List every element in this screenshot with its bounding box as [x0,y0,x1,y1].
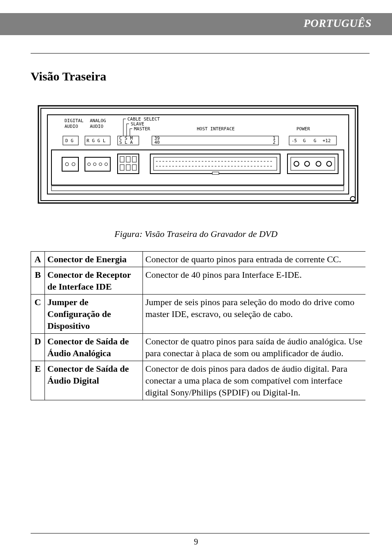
row-description: Conector de quatro pinos para saída de á… [143,334,366,361]
svg-rect-30 [150,154,280,174]
label-dg: D G [65,138,74,143]
page-number: 9 [0,537,392,547]
svg-point-16 [65,163,69,166]
row-description: Jumper de seis pinos para seleção do mod… [143,295,366,334]
row-letter: B [31,267,45,295]
header-language-label: PORTUGUÊS [303,17,372,30]
row-description: Conector de quarto pinos para entrada de… [143,252,366,267]
svg-point-19 [88,163,91,166]
table-row: DConector de Saída de Áudio AnalógicaCon… [31,334,366,361]
label-pwr-g1: G [303,138,306,143]
label-pwr-p12: +12 [323,138,331,143]
label-sla: S L A [119,140,133,145]
table-row: BConector de Receptor de Interface IDECo… [31,267,366,295]
svg-rect-25 [126,156,130,162]
svg-rect-27 [120,165,124,170]
svg-rect-41 [51,186,344,191]
connector-table: AConector de EnergiaConector de quarto p… [31,251,365,400]
svg-rect-12 [152,136,278,145]
label-power: POWER [296,126,310,132]
label-rggl: R G G L [87,138,106,143]
row-name: Conector de Receptor de Interface IDE [45,267,143,295]
svg-rect-24 [120,156,124,162]
label-master: MASTER [134,126,150,132]
svg-point-21 [99,163,102,166]
row-description: Conector de dois pinos para dados de áud… [143,361,366,400]
svg-point-40 [327,161,332,166]
label-audio2: AUDIO [90,124,103,129]
svg-rect-15 [62,157,78,171]
svg-rect-28 [126,165,130,170]
footer-divider [31,533,370,533]
svg-rect-36 [291,157,335,170]
svg-rect-26 [132,156,136,162]
rear-panel-diagram: DIGITAL ANALOG AUDIO AUDIO CABLE SELECT … [37,104,359,219]
svg-rect-34 [212,172,219,174]
row-description: Conector de 40 pinos para Interface E-ID… [143,267,366,295]
row-name: Conector de Saída de Áudio Analógica [45,334,143,361]
svg-rect-29 [132,165,136,170]
svg-rect-35 [287,154,338,174]
row-name: Conector de Energia [45,252,143,267]
label-digital: DIGITAL [65,118,84,123]
row-name: Conector de Saída de Áudio Digital [45,361,143,400]
svg-point-17 [72,163,75,166]
label-host-interface: HOST INTERFACE [197,126,235,132]
svg-rect-14 [51,150,344,185]
svg-point-38 [305,161,310,166]
row-letter: E [31,361,45,400]
svg-rect-23 [118,154,139,174]
row-name: Jumper de Configuração de Dispositivo [45,295,143,334]
svg-rect-18 [85,157,110,171]
label-pin40: 40 [154,140,160,145]
svg-point-20 [94,163,96,166]
rear-view-figure: DIGITAL ANALOG AUDIO AUDIO CABLE SELECT … [37,104,359,219]
label-pin2: 2 [273,140,276,145]
figure-caption: Figura: Visão Traseira do Gravador de DV… [0,229,392,239]
svg-rect-31 [154,157,277,170]
row-letter: A [31,252,45,267]
label-audio1: AUDIO [65,124,78,129]
row-letter: C [31,295,45,334]
table-row: EConector de Saída de Áudio DigitalConec… [31,361,366,400]
section-title: Visão Traseira [31,69,106,83]
table-row: CJumper de Configuração de DispositivoJu… [31,295,366,334]
svg-point-37 [294,161,299,166]
label-pwr-m5: -5 [292,138,297,143]
label-pwr-g2: G [314,138,316,143]
svg-point-22 [105,163,108,166]
svg-point-39 [316,161,321,166]
header-band: PORTUGUÊS [0,13,392,35]
row-letter: D [31,334,45,361]
header-divider [31,53,370,54]
label-analog: ANALOG [90,118,106,123]
table-row: AConector de EnergiaConector de quarto p… [31,252,366,267]
